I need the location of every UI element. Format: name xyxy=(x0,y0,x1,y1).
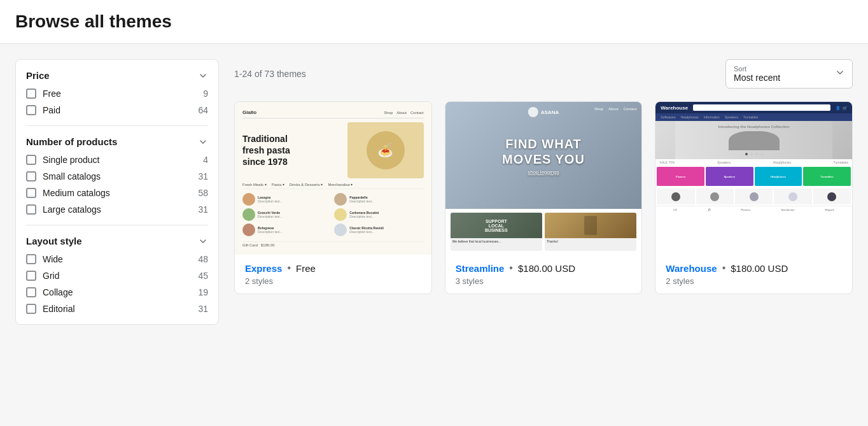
layout-style-filter-label: Layout style xyxy=(26,236,82,246)
express-styles: 2 styles xyxy=(245,276,421,286)
medium-catalogs-label: Medium catalogs xyxy=(43,188,110,198)
streamline-price: $180.00 USD xyxy=(518,263,575,274)
editorial-label: Editorial xyxy=(43,304,75,314)
layout-style-filter-header[interactable]: Layout style xyxy=(26,236,208,246)
editorial-checkbox[interactable] xyxy=(26,304,36,314)
content-area: 1-24 of 73 themes Sort Most recent Giall… xyxy=(234,59,853,325)
price-free-count: 9 xyxy=(203,89,208,99)
page-title: Browse all themes xyxy=(15,11,853,32)
filter-sidebar: Price Free 9 Paid 64 xyxy=(15,59,219,325)
layout-collage-item[interactable]: Collage 19 xyxy=(26,287,208,297)
express-thumbnail: Giallo ShopAboutContact Traditionalfresh… xyxy=(235,102,431,255)
large-catalogs-count: 31 xyxy=(198,204,208,215)
page-header: Browse all themes xyxy=(0,0,868,44)
large-catalogs-label: Large catalogs xyxy=(43,204,101,215)
single-product-label: Single product xyxy=(43,155,100,165)
streamline-logo: ASANA xyxy=(528,107,559,117)
price-free-label: Free xyxy=(43,89,61,99)
small-catalogs-count: 31 xyxy=(198,171,208,181)
streamline-mockup: ASANA ShopAboutContact FIND WHATMOVES YO… xyxy=(445,102,642,255)
wide-count: 48 xyxy=(198,254,208,264)
warehouse-mockup: Warehouse 👤🛒 Softwaves Headphones Inform… xyxy=(655,102,852,255)
layout-grid-item[interactable]: Grid 45 xyxy=(26,271,208,281)
price-free-item[interactable]: Free 9 xyxy=(26,89,208,99)
num-products-chevron-icon xyxy=(198,137,208,147)
small-catalogs-checkbox[interactable] xyxy=(26,171,36,181)
pasta-decoration: 🍝 xyxy=(367,131,405,169)
streamline-info: Streamline • $180.00 USD 3 styles xyxy=(445,255,642,294)
grid-checkbox[interactable] xyxy=(26,271,36,281)
collage-count: 19 xyxy=(198,287,208,297)
theme-card-warehouse: Warehouse 👤🛒 Softwaves Headphones Inform… xyxy=(655,101,853,294)
asana-logo-text: ASANA xyxy=(541,110,559,115)
express-info: Express • Free 2 styles xyxy=(235,255,431,294)
sort-label: Sort xyxy=(734,65,830,73)
warehouse-logo: Warehouse xyxy=(661,105,688,111)
num-products-single-item[interactable]: Single product 4 xyxy=(26,155,208,165)
price-paid-checkbox[interactable] xyxy=(26,105,36,115)
express-price: Free xyxy=(296,263,316,274)
layout-style-filter-section: Layout style Wide 48 Grid 45 xyxy=(26,236,208,314)
price-filter-label: Price xyxy=(26,70,50,81)
small-catalogs-label: Small catalogs xyxy=(43,171,101,181)
theme-card-express: Giallo ShopAboutContact Traditionalfresh… xyxy=(234,101,432,294)
warehouse-thumbnail: Warehouse 👤🛒 Softwaves Headphones Inform… xyxy=(655,102,852,255)
wide-label: Wide xyxy=(43,254,63,264)
single-product-count: 4 xyxy=(203,155,208,165)
grid-count: 45 xyxy=(198,271,208,281)
sort-chevron-icon xyxy=(836,68,844,80)
grid-label: Grid xyxy=(43,271,59,281)
sort-value: Most recent xyxy=(734,73,830,83)
layout-wide-item[interactable]: Wide 48 xyxy=(26,254,208,264)
layout-style-chevron-icon xyxy=(198,236,208,246)
theme-card-streamline: ASANA ShopAboutContact FIND WHATMOVES YO… xyxy=(445,101,643,294)
num-products-medium-item[interactable]: Medium catalogs 58 xyxy=(26,188,208,198)
single-product-checkbox[interactable] xyxy=(26,155,36,165)
medium-catalogs-count: 58 xyxy=(198,188,208,198)
streamline-name-link[interactable]: Streamline xyxy=(456,263,505,274)
wide-checkbox[interactable] xyxy=(26,254,36,264)
price-paid-label: Paid xyxy=(43,105,60,115)
themes-count: 1-24 of 73 themes xyxy=(234,69,306,79)
price-paid-count: 64 xyxy=(198,105,208,115)
editorial-count: 31 xyxy=(198,304,208,314)
themes-grid: Giallo ShopAboutContact Traditionalfresh… xyxy=(234,101,853,294)
warehouse-search-bar xyxy=(693,104,830,111)
warehouse-price: $180.00 USD xyxy=(731,263,788,274)
warehouse-name-link[interactable]: Warehouse xyxy=(666,263,717,274)
collage-label: Collage xyxy=(43,287,73,297)
medium-catalogs-checkbox[interactable] xyxy=(26,188,36,198)
asana-logo-icon xyxy=(528,107,538,117)
num-products-small-item[interactable]: Small catalogs 31 xyxy=(26,171,208,181)
warehouse-styles: 2 styles xyxy=(666,276,842,286)
layout-editorial-item[interactable]: Editorial 31 xyxy=(26,304,208,314)
price-filter-section: Price Free 9 Paid 64 xyxy=(26,70,208,126)
price-free-checkbox[interactable] xyxy=(26,89,36,99)
num-products-filter-label: Number of products xyxy=(26,136,117,147)
main-layout: Price Free 9 Paid 64 xyxy=(0,44,868,340)
express-name-link[interactable]: Express xyxy=(245,263,282,274)
num-products-large-item[interactable]: Large catalogs 31 xyxy=(26,204,208,215)
content-toolbar: 1-24 of 73 themes Sort Most recent xyxy=(234,59,853,89)
price-chevron-icon xyxy=(198,71,208,81)
price-paid-item[interactable]: Paid 64 xyxy=(26,105,208,115)
sort-dropdown[interactable]: Sort Most recent xyxy=(725,59,853,89)
num-products-filter-header[interactable]: Number of products xyxy=(26,136,208,147)
warehouse-info: Warehouse • $180.00 USD 2 styles xyxy=(655,255,852,294)
express-mockup: Giallo ShopAboutContact Traditionalfresh… xyxy=(235,102,431,255)
streamline-styles: 3 styles xyxy=(456,276,632,286)
num-products-filter-section: Number of products Single product 4 Smal… xyxy=(26,136,208,225)
price-filter-header[interactable]: Price xyxy=(26,70,208,81)
large-catalogs-checkbox[interactable] xyxy=(26,204,36,215)
streamline-thumbnail: ASANA ShopAboutContact FIND WHATMOVES YO… xyxy=(445,102,642,255)
collage-checkbox[interactable] xyxy=(26,287,36,297)
